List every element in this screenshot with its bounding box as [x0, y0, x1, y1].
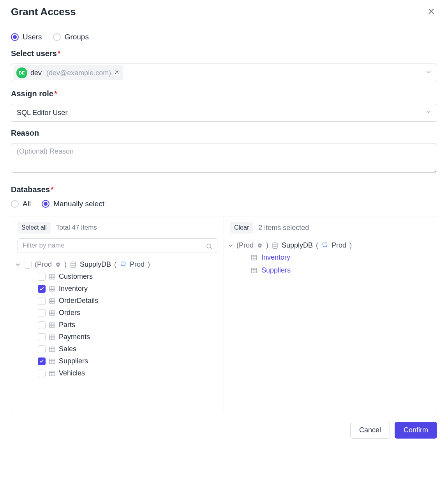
table-icon: [49, 297, 56, 304]
selected-table-row[interactable]: Inventory: [228, 251, 430, 264]
table-row[interactable]: Suppliers: [15, 355, 217, 367]
chip-remove-icon[interactable]: [114, 69, 120, 76]
radio-manual-label: Manually select: [53, 200, 104, 208]
table-row[interactable]: Payments: [15, 331, 217, 343]
table-row[interactable]: Inventory: [15, 283, 217, 295]
selected-count-label: 2 items selected: [258, 224, 309, 232]
dialog-title: Grant Access: [11, 6, 76, 18]
caret-down-icon[interactable]: [228, 244, 233, 248]
table-icon: [49, 358, 56, 365]
table-name: OrderDetails: [59, 297, 98, 305]
radio-manual-databases[interactable]: Manually select: [42, 200, 104, 208]
table-icon: [49, 285, 56, 292]
select-all-button[interactable]: Select all: [18, 222, 51, 234]
table-name: Sales: [59, 345, 76, 353]
env-label: (Prod: [236, 241, 254, 250]
instance-name: Prod: [332, 241, 346, 250]
radio-indicator: [42, 200, 49, 208]
radio-users[interactable]: Users: [11, 33, 42, 41]
table-row[interactable]: Vehicles: [15, 367, 217, 379]
close-icon: [427, 11, 436, 17]
table-icon: [49, 310, 56, 317]
role-value: SQL Editor User: [17, 109, 67, 117]
select-users-label: Select users*: [11, 49, 437, 58]
database-icon: [272, 242, 279, 249]
close-button[interactable]: [425, 5, 437, 18]
radio-indicator: [53, 33, 61, 41]
table-icon: [49, 370, 56, 377]
search-icon: [206, 243, 213, 251]
user-chip[interactable]: DE dev (dev@example.com): [14, 65, 123, 80]
table-row[interactable]: Parts: [15, 319, 217, 331]
checkbox[interactable]: [38, 321, 46, 329]
chevron-down-icon: [425, 69, 432, 77]
table-row[interactable]: Sales: [15, 343, 217, 355]
checkbox[interactable]: [38, 285, 46, 293]
shield-icon: [257, 242, 263, 249]
assign-role-label: Assign role*: [11, 89, 437, 98]
instance-name: Prod: [130, 260, 145, 269]
db-scope-radio-group: All Manually select: [11, 200, 437, 208]
selected-table-name: Suppliers: [261, 266, 291, 274]
radio-groups[interactable]: Groups: [53, 33, 89, 41]
table-name: Vehicles: [59, 369, 85, 377]
table-name: Suppliers: [59, 357, 88, 365]
cancel-button[interactable]: Cancel: [350, 422, 390, 439]
chip-name: dev: [30, 69, 42, 77]
database-icon: [70, 261, 77, 268]
caret-down-icon[interactable]: [15, 263, 21, 267]
entity-mode-radio-group: Users Groups: [11, 33, 437, 41]
selected-table-row[interactable]: Suppliers: [228, 264, 430, 277]
clear-button[interactable]: Clear: [230, 222, 253, 234]
checkbox[interactable]: [24, 261, 32, 269]
radio-groups-label: Groups: [65, 33, 89, 41]
confirm-button[interactable]: Confirm: [395, 422, 437, 439]
checkbox[interactable]: [38, 333, 46, 341]
database-transfer-panel: Select all Total 47 items (Prod ) Supply…: [11, 216, 437, 413]
radio-users-label: Users: [23, 33, 42, 41]
inst-open: (: [316, 241, 318, 250]
avatar: DE: [16, 67, 27, 78]
selected-table-name: Inventory: [261, 253, 290, 262]
reason-textarea[interactable]: [11, 143, 437, 173]
env-label: (Prod: [35, 260, 52, 269]
database-group-row[interactable]: (Prod ) SupplyDB ( Prod ): [15, 258, 217, 271]
chevron-down-icon: [425, 108, 432, 117]
table-name: Payments: [59, 333, 90, 341]
table-name: Parts: [59, 321, 75, 329]
inst-close: ): [148, 260, 150, 269]
inst-open: (: [114, 260, 116, 269]
table-row[interactable]: OrderDetails: [15, 295, 217, 307]
inst-close: ): [349, 241, 352, 250]
total-items-label: Total 47 items: [56, 224, 97, 232]
checkbox[interactable]: [38, 345, 46, 353]
checkbox[interactable]: [38, 357, 46, 365]
radio-indicator: [11, 33, 19, 41]
table-icon: [250, 267, 258, 274]
reason-label: Reason: [11, 129, 437, 138]
env-close: ): [266, 241, 268, 250]
role-select[interactable]: SQL Editor User: [11, 104, 437, 122]
table-row[interactable]: Orders: [15, 307, 217, 319]
table-icon: [49, 322, 56, 329]
checkbox[interactable]: [38, 297, 46, 305]
postgres-icon: [321, 242, 328, 249]
checkbox[interactable]: [38, 309, 46, 317]
checkbox[interactable]: [38, 370, 46, 377]
table-icon: [49, 334, 56, 341]
radio-all-databases[interactable]: All: [11, 200, 31, 208]
shield-icon: [55, 262, 61, 268]
users-multiselect[interactable]: DE dev (dev@example.com): [11, 64, 437, 82]
radio-indicator: [11, 200, 19, 208]
chip-email: (dev@example.com): [46, 69, 111, 77]
postgres-icon: [120, 261, 127, 268]
filter-input[interactable]: [18, 238, 217, 253]
table-row[interactable]: Customers: [15, 271, 217, 283]
table-name: Inventory: [59, 285, 88, 293]
database-group-row[interactable]: (Prod ) SupplyDB ( Prod ): [228, 240, 430, 251]
table-icon: [49, 346, 56, 353]
database-name: SupplyDB: [282, 241, 313, 250]
radio-all-label: All: [23, 200, 31, 208]
database-name: SupplyDB: [80, 260, 111, 269]
checkbox[interactable]: [38, 273, 46, 281]
